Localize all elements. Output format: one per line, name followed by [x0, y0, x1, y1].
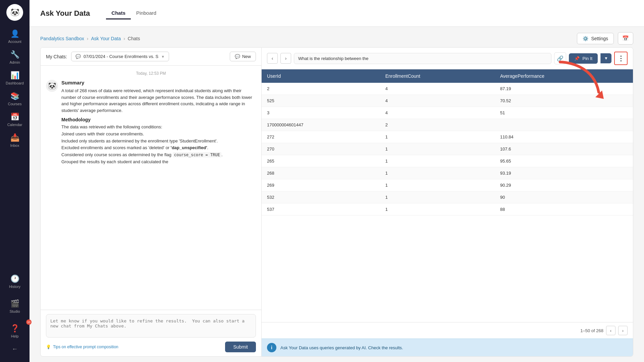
chat-selector-text: 07/01/2024 - Course Enrollments vs. S [84, 54, 158, 59]
app-logo: 🐼 [6, 4, 23, 21]
panda-icon: 🐼 [48, 82, 56, 90]
more-options-button[interactable]: ⋮ [614, 52, 628, 65]
breadcrumb-sep-1: › [87, 36, 89, 41]
table-cell: 90.29 [495, 179, 633, 191]
table-cell: 110.84 [495, 131, 633, 143]
new-chat-label: New [242, 54, 251, 59]
calendar-nav-icon: 📅 [10, 113, 19, 121]
pagination-next-button[interactable]: › [618, 326, 628, 335]
sidebar-item-inbox[interactable]: 📥 Inbox [0, 130, 30, 151]
table-header: UserId EnrollmentCount AveragePerformanc… [262, 69, 633, 83]
avatar: 🐼 [46, 80, 58, 92]
breadcrumb-link-ask[interactable]: Ask Your Data [91, 36, 121, 41]
topbar: Ask Your Data Chats Pinboard [30, 0, 644, 27]
table-cell: 1 [380, 203, 495, 216]
table-cell: 93.19 [495, 167, 633, 179]
query-input[interactable] [294, 53, 551, 64]
pagination-prev-button[interactable]: ‹ [606, 326, 615, 335]
methodology-item-2: Joined users with their course enrollmen… [61, 131, 256, 138]
col-header-averageperformance: AveragePerformance [495, 69, 633, 83]
sidebar-item-label-account: Account [8, 40, 21, 44]
table-cell: 1 [380, 167, 495, 179]
chat-input[interactable] [46, 314, 256, 338]
table-cell: 90 [495, 191, 633, 203]
table-cell: 51 [495, 107, 633, 119]
chat-selector[interactable]: 💬 07/01/2024 - Course Enrollments vs. S … [71, 52, 169, 61]
table-cell: 1 [380, 179, 495, 191]
table-cell: 87.19 [495, 83, 633, 95]
dashboard-icon: 📊 [10, 71, 19, 80]
chat-message: 🐼 Summary A total of 268 rows of data we… [46, 80, 256, 166]
sidebar-item-dashboard[interactable]: 📊 Dashboard [0, 68, 30, 88]
link-icon-button[interactable]: 🔗 [554, 52, 566, 64]
col-header-enrollmentcount: EnrollmentCount [380, 69, 495, 83]
sidebar-item-calendar[interactable]: 📅 Calendar [0, 109, 30, 130]
chat-timestamp: Today, 12:53 PM [46, 71, 256, 76]
content-area: Pandalytics Sandbox › Ask Your Data › Ch… [30, 27, 644, 362]
sidebar-item-studio[interactable]: 🎬 Studio [0, 296, 30, 317]
table-cell: 265 [262, 155, 380, 167]
admin-icon: 🔧 [10, 50, 19, 59]
chat-bubble: Summary A total of 268 rows of data were… [61, 80, 256, 166]
sidebar-item-courses[interactable]: 📚 Courses [0, 88, 30, 109]
table-row: 268193.19 [262, 167, 633, 179]
sidebar-item-label-calendar: Calendar [7, 123, 22, 127]
table-row: 532190 [262, 191, 633, 203]
submit-button[interactable]: Submit [225, 342, 256, 352]
table-row: 2487.19 [262, 83, 633, 95]
methodology-heading: Methodology [61, 117, 256, 122]
info-icon: i [267, 343, 276, 352]
calendar-icon: 📅 [622, 36, 629, 41]
split-pane: My Chats: 💬 07/01/2024 - Course Enrollme… [30, 47, 644, 362]
table-row: 525470.52 [262, 95, 633, 107]
sidebar-item-label-courses: Courses [8, 102, 22, 106]
table-row: 2701107.6 [262, 143, 633, 155]
pin-dropdown-button[interactable]: ▼ [600, 53, 611, 63]
main-content: Ask Your Data Chats Pinboard Pandalytics… [30, 0, 644, 362]
sidebar-item-help[interactable]: ❓ 10 Help [0, 321, 30, 342]
nav-prev-button[interactable]: ‹ [267, 53, 278, 64]
table-cell: 537 [262, 203, 380, 216]
pin-label: Pin It [582, 56, 592, 61]
table-cell: 272 [262, 131, 380, 143]
collapse-sidebar-button[interactable]: ← [12, 346, 18, 353]
breadcrumb-link-sandbox[interactable]: Pandalytics Sandbox [40, 36, 84, 41]
table-cell: 4 [380, 107, 495, 119]
table-cell: 1 [380, 131, 495, 143]
breadcrumb-actions: ⚙️ Settings 📅 [577, 32, 633, 45]
more-icon: ⋮ [618, 54, 624, 62]
chat-input-footer: 💡 Tips on effective prompt composition S… [46, 342, 256, 352]
sidebar-item-admin[interactable]: 🔧 Admin [0, 47, 30, 68]
methodology-item-4: Excluded enrollments and scores marked a… [61, 144, 256, 152]
table-cell: 88 [495, 203, 633, 216]
sidebar-item-history[interactable]: 🕐 History [0, 271, 30, 292]
settings-button[interactable]: ⚙️ Settings [577, 33, 614, 44]
methodology-item-3: Included only students as determined by … [61, 138, 256, 145]
sidebar-item-account[interactable]: 👤 Account [0, 26, 30, 47]
table-cell [495, 119, 633, 131]
nav-next-button[interactable]: › [280, 53, 291, 64]
table-cell: 70.52 [495, 95, 633, 107]
code-inline: course_score = TRUE [173, 152, 221, 158]
tab-chats[interactable]: Chats [106, 7, 131, 19]
table-cell: 2 [380, 119, 495, 131]
table-cell: 270 [262, 143, 380, 155]
calendar-button[interactable]: 📅 [618, 32, 633, 45]
data-table-wrapper: UserId EnrollmentCount AveragePerformanc… [262, 69, 633, 322]
table-cell: 170000004601447 [262, 119, 380, 131]
table-cell: 269 [262, 179, 380, 191]
chat-toolbar: My Chats: 💬 07/01/2024 - Course Enrollme… [41, 48, 261, 66]
chevron-down-icon: ▼ [161, 55, 165, 59]
chat-messages: Today, 12:53 PM 🐼 Summary A total of 268… [41, 66, 261, 310]
topbar-tabs: Chats Pinboard [106, 7, 162, 19]
tab-pinboard[interactable]: Pinboard [131, 7, 162, 19]
table-footer: 1–50 of 268 ‹ › [262, 322, 633, 339]
tips-link[interactable]: 💡 Tips on effective prompt composition [46, 345, 118, 349]
history-icon: 🕐 [10, 275, 19, 283]
table-cell: 1 [380, 155, 495, 167]
table-row: 537188 [262, 203, 633, 216]
courses-icon: 📚 [10, 92, 19, 101]
new-chat-button[interactable]: 💬 New [230, 52, 256, 61]
table-row: 2721110.84 [262, 131, 633, 143]
pin-button[interactable]: 📌 Pin It [569, 53, 598, 64]
